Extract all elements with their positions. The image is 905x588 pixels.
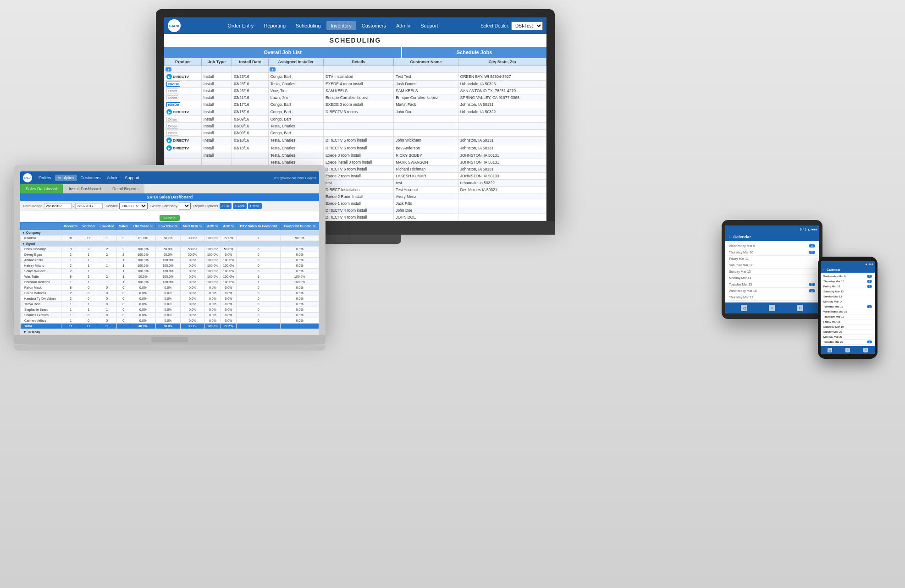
cell-details: Exede install 3 room install	[324, 159, 394, 166]
calendar-day-item[interactable]: Wednesday Mar 16 1	[727, 288, 817, 294]
phone-calendar-day-item[interactable]: Thursday Mar 10 1	[822, 279, 873, 284]
submit-button[interactable]: Submit	[160, 215, 180, 221]
cell-customer: MARK SWANSON	[394, 159, 458, 166]
phone-calendar-day-item[interactable]: Tuesday Mar 22 2	[822, 340, 873, 345]
cell-city: JOHNSTON, IA 50131	[458, 159, 546, 166]
cell-ars: 0.0%	[205, 302, 221, 307]
nav-customers[interactable]: Customers	[357, 21, 391, 30]
laptop-nav-analytics[interactable]: Analytics	[55, 175, 77, 181]
company-select[interactable]	[179, 203, 191, 209]
tablet-recent-icon[interactable]: □	[797, 305, 803, 311]
cell-med-risk: 0.0%	[180, 313, 204, 318]
nav-order-entry[interactable]: Order Entry	[223, 21, 259, 30]
service-label: Service	[105, 204, 118, 208]
day-count: 1	[809, 251, 815, 254]
date-to-input[interactable]	[75, 203, 103, 209]
cell-product	[165, 152, 202, 159]
calendar-day-item[interactable]: Saturday Mar 12	[727, 262, 817, 269]
phone-calendar-day-item[interactable]: Sunday Mar 13	[822, 294, 873, 299]
calendar-day-item[interactable]: Wednesday Mar 9 2	[727, 243, 817, 249]
tablet-home-icon[interactable]: ○	[769, 305, 775, 311]
monitor-nav: SARA Order Entry Reporting Scheduling In…	[164, 17, 546, 34]
email-button[interactable]: Email	[248, 203, 262, 209]
laptop-nav-support[interactable]: Support	[122, 175, 143, 181]
cell-abp: 0.0%	[221, 252, 236, 258]
cell-customer	[394, 116, 458, 123]
cell-install-date: 03/21/16	[232, 94, 268, 101]
cell-ars: 100.0%	[205, 269, 221, 274]
phone-calendar-day-item[interactable]: Friday Mar 11 2	[822, 284, 873, 289]
filter-details	[324, 66, 394, 73]
csv-button[interactable]: CSV	[220, 203, 232, 209]
cell-agent-name: Davey Egan	[21, 252, 61, 258]
cell-low-med: 1	[97, 280, 117, 285]
phone-calendar-day-item[interactable]: Monday Mar 21	[822, 335, 873, 340]
service-select[interactable]: DIRECTV	[119, 203, 148, 209]
cell-product: eXeDe	[165, 101, 202, 108]
phone-day-label: Sunday Mar 13	[823, 295, 842, 298]
phone-calendar-day-item[interactable]: Saturday Mar 19	[822, 324, 873, 330]
phone-bottom-bar: ◁ ○ □	[821, 346, 875, 354]
cell-customer: Josh Dunes	[394, 81, 458, 88]
calendar-day-item[interactable]: Monday Mar 14	[727, 275, 817, 281]
phone-recent-icon[interactable]: □	[863, 348, 868, 352]
day-label: Sunday Mar 13	[729, 270, 750, 273]
table-row: Tonya Reid 1 1 0 0 0.0% 0.0% 0.0% 0.0% 0…	[21, 302, 319, 307]
cell-agent-name: Stephanie Beard	[21, 307, 61, 313]
cell-customer: Bev Anderson	[394, 144, 458, 152]
cell-abp: 100.0%	[221, 269, 236, 274]
laptop-nav-orders[interactable]: Orders	[36, 175, 54, 181]
history-label: ▼	[23, 330, 28, 334]
calendar-day-item[interactable]: Thursday Mar 10 1	[727, 249, 817, 256]
tab-install-dashboard[interactable]: Install Dashboard	[63, 184, 107, 193]
tab-sales-dashboard[interactable]: Sales Dashboard	[20, 184, 63, 193]
phone-calendar-day-item[interactable]: Friday Mar 18	[822, 319, 873, 324]
phone-home-icon[interactable]: ○	[845, 348, 850, 352]
phone-calendar-day-item[interactable]: Wednesday Mar 16	[822, 309, 873, 314]
phone-calendar-day-item[interactable]: Sunday Mar 20	[822, 330, 873, 335]
service-group: Service DIRECTV	[105, 203, 148, 209]
laptop-nav-customers[interactable]: Customers	[78, 175, 104, 181]
date-from-input[interactable]	[44, 203, 72, 209]
col-low-risk: Low Risk %	[156, 223, 180, 230]
phone-day-count: 1	[867, 280, 872, 283]
nav-admin[interactable]: Admin	[392, 21, 415, 30]
cell-ars: 100.0%	[205, 280, 221, 285]
nav-reporting[interactable]: Reporting	[259, 21, 290, 30]
calendar-day-item[interactable]: Tuesday Mar 15 2	[727, 281, 817, 288]
phone-calendar-day-item[interactable]: Saturday Mar 12	[822, 289, 873, 294]
tablet: 9:41 ▲ ●●● ← Calendar Wednesday Mar 9 2 …	[722, 220, 822, 319]
tab-detail-reports[interactable]: Detail Reports	[107, 184, 144, 193]
cell-total-ars: 100.0%	[205, 324, 221, 329]
phone-day-label: Monday Mar 14	[823, 300, 843, 303]
calendar-day-item[interactable]: Friday Mar 11	[727, 256, 817, 262]
calendar-day-item[interactable]: Sunday Mar 13	[727, 269, 817, 275]
cell-lm-close: 50.0%	[130, 274, 156, 280]
dealer-dropdown[interactable]: DSI-Test	[511, 22, 543, 30]
phone-calendar-day-item[interactable]: Tuesday Mar 15 2	[822, 304, 873, 309]
cell-install-date: 03/23/16	[232, 81, 268, 88]
excel-button[interactable]: Excel	[233, 203, 247, 209]
history-section: ▼ History	[20, 329, 319, 335]
filter-installer: ▼	[268, 66, 323, 73]
phone-back-icon[interactable]: ◁	[828, 348, 832, 352]
laptop-nav-admin[interactable]: Admin	[104, 175, 121, 181]
col-product: Product	[165, 58, 202, 66]
phone-calendar-day-item[interactable]: Thursday Mar 17	[822, 314, 873, 319]
cell-records: 31	[61, 236, 80, 241]
cell-dtv: 0	[237, 258, 281, 263]
cell-abp: 0.0%	[221, 318, 236, 324]
cell-ars: 0.0%	[205, 318, 221, 324]
nav-support[interactable]: Support	[416, 21, 443, 30]
nav-inventory[interactable]: Inventory	[326, 21, 356, 30]
cell-city: Urbandale, IA 50323	[458, 81, 546, 88]
table-row: Elaina Williams 2 0 0 0 0.0% 0.0% 0.0% 0…	[21, 291, 319, 296]
cell-details: DIRECTV 4 room install	[324, 207, 394, 214]
calendar-day-item[interactable]: Thursday Mar 17	[727, 294, 817, 301]
monitor-logo: SARA	[168, 19, 181, 32]
tablet-back-icon[interactable]: ◁	[741, 305, 747, 311]
phone-calendar-day-item[interactable]: Monday Mar 14	[822, 299, 873, 304]
cell-sales: 0	[117, 307, 130, 313]
nav-scheduling[interactable]: Scheduling	[291, 21, 325, 30]
phone-calendar-day-item[interactable]: Wednesday Mar 9 2	[822, 274, 873, 279]
